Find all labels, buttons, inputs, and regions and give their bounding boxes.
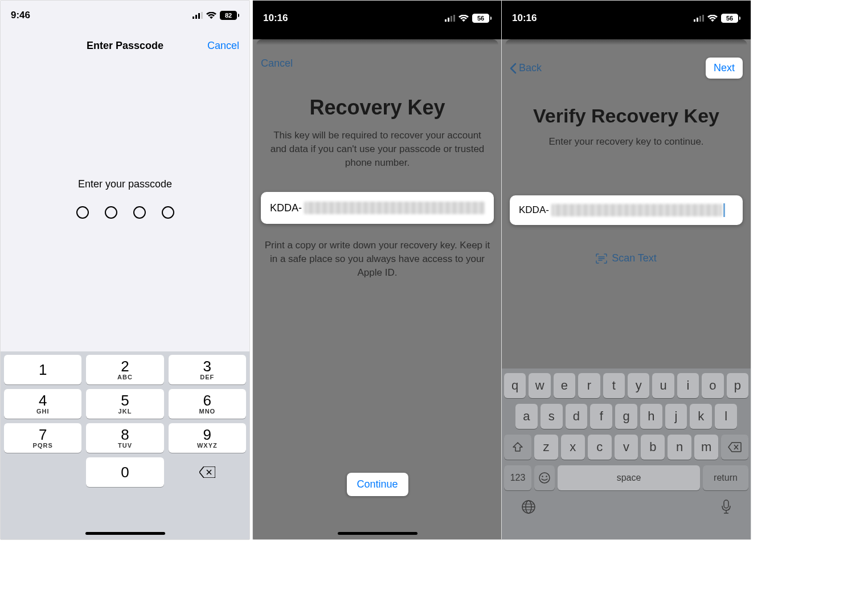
- space-key[interactable]: space: [558, 465, 700, 490]
- status-bar: 9:46 82: [1, 1, 249, 28]
- page-description: This key will be required to recover you…: [261, 129, 494, 169]
- recovery-key-display: KDDA-: [261, 192, 494, 224]
- nav-bar: Enter Passcode Cancel: [1, 32, 249, 59]
- cellular-icon: [445, 15, 455, 22]
- cancel-button[interactable]: Cancel: [261, 58, 293, 69]
- key-o[interactable]: o: [702, 373, 723, 398]
- battery-icon: 82: [220, 11, 239, 20]
- key-a[interactable]: a: [515, 404, 538, 429]
- keypad-delete[interactable]: [169, 457, 246, 487]
- key-q[interactable]: q: [504, 373, 526, 398]
- status-bar: 10:16 56: [502, 1, 751, 32]
- wifi-icon: [707, 15, 718, 22]
- svg-rect-4: [445, 19, 447, 22]
- page-title: Enter Passcode: [87, 40, 163, 52]
- keyboard: qwertyuiop asdfghjkl zxcvbnm 123 space r…: [502, 369, 751, 539]
- keyboard-delete-key[interactable]: [721, 435, 748, 460]
- key-x[interactable]: x: [561, 435, 585, 460]
- key-n[interactable]: n: [668, 435, 691, 460]
- keypad-2[interactable]: 2ABC: [86, 355, 163, 384]
- screen-recovery-key: 10:16 56 Cancel Recovery Key This key wi…: [252, 0, 502, 540]
- svg-rect-1: [195, 15, 197, 19]
- key-s[interactable]: s: [541, 404, 563, 429]
- delete-icon: [728, 442, 742, 452]
- emoji-icon: [538, 472, 551, 484]
- keypad-3[interactable]: 3DEF: [169, 355, 246, 384]
- next-button[interactable]: Next: [706, 58, 743, 79]
- battery-icon: 56: [721, 14, 740, 23]
- passcode-prompt: Enter your passcode: [1, 178, 249, 190]
- wifi-icon: [206, 12, 216, 19]
- key-z[interactable]: z: [534, 435, 558, 460]
- svg-point-17: [546, 476, 547, 477]
- keypad-5[interactable]: 5JKL: [86, 389, 163, 419]
- scan-text-button[interactable]: Scan Text: [510, 252, 743, 264]
- passcode-dot: [133, 206, 146, 219]
- key-m[interactable]: m: [694, 435, 718, 460]
- battery-icon: 56: [472, 14, 492, 23]
- svg-rect-2: [198, 13, 200, 19]
- dictation-key[interactable]: [721, 500, 731, 517]
- key-l[interactable]: l: [715, 404, 737, 429]
- key-e[interactable]: e: [554, 373, 575, 398]
- recovery-key-prefix: KDDA-: [270, 202, 302, 214]
- svg-rect-9: [697, 18, 698, 22]
- key-y[interactable]: y: [628, 373, 649, 398]
- key-f[interactable]: f: [590, 404, 612, 429]
- svg-rect-0: [193, 17, 194, 19]
- keypad-8[interactable]: 8TUV: [86, 423, 163, 453]
- keypad-1[interactable]: 1: [4, 355, 81, 384]
- screen-verify-recovery-key: 10:16 56 Back Next Verify Recovery Key E…: [501, 0, 751, 540]
- page-title: Verify Recovery Key: [510, 105, 743, 127]
- page-description: Enter your recovery key to continue.: [510, 136, 743, 148]
- emoji-key[interactable]: [534, 465, 555, 490]
- scan-icon: [596, 253, 607, 264]
- status-time: 10:16: [263, 13, 378, 24]
- svg-rect-7: [453, 15, 455, 22]
- key-g[interactable]: g: [615, 404, 637, 429]
- continue-button[interactable]: Continue: [346, 473, 408, 496]
- recovery-key-input[interactable]: KDDA-: [510, 195, 743, 225]
- shift-key[interactable]: [504, 435, 531, 460]
- keypad-6[interactable]: 6MNO: [169, 389, 246, 419]
- keypad-7[interactable]: 7PQRS: [4, 423, 81, 453]
- keypad-9[interactable]: 9WXYZ: [169, 423, 246, 453]
- home-indicator[interactable]: [85, 532, 165, 535]
- number-keypad: 1 2ABC 3DEF 4GHI 5JKL 6MNO 7PQRS 8TUV 9W…: [1, 351, 249, 539]
- keypad-4[interactable]: 4GHI: [4, 389, 81, 419]
- key-u[interactable]: u: [652, 373, 674, 398]
- recovery-key-input-value: KDDA-: [519, 204, 549, 216]
- passcode-dot: [105, 206, 117, 219]
- delete-icon: [199, 466, 215, 478]
- back-button[interactable]: Back: [510, 62, 542, 74]
- page-title: Recovery Key: [261, 96, 494, 120]
- keypad-0[interactable]: 0: [86, 457, 163, 487]
- key-c[interactable]: c: [588, 435, 612, 460]
- screen-enter-passcode: 9:46 82 Enter Passcode Cancel Enter your…: [0, 0, 250, 540]
- passcode-dot: [76, 206, 89, 219]
- svg-rect-10: [699, 16, 701, 22]
- key-d[interactable]: d: [566, 404, 588, 429]
- svg-point-15: [539, 473, 550, 483]
- key-p[interactable]: p: [727, 373, 748, 398]
- key-r[interactable]: r: [578, 373, 600, 398]
- cancel-button[interactable]: Cancel: [207, 40, 239, 52]
- key-w[interactable]: w: [529, 373, 550, 398]
- shift-icon: [512, 442, 523, 452]
- globe-key[interactable]: [521, 500, 536, 517]
- key-t[interactable]: t: [603, 373, 625, 398]
- chevron-left-icon: [510, 63, 517, 74]
- passcode-dots: [1, 206, 249, 219]
- key-k[interactable]: k: [690, 404, 712, 429]
- key-b[interactable]: b: [641, 435, 665, 460]
- key-v[interactable]: v: [615, 435, 638, 460]
- key-i[interactable]: i: [677, 373, 699, 398]
- passcode-dot: [162, 206, 174, 219]
- status-bar: 10:16 56: [253, 1, 502, 32]
- recovery-key-note: Print a copy or write down your recovery…: [261, 239, 494, 279]
- return-key[interactable]: return: [703, 465, 748, 490]
- numbers-key[interactable]: 123: [504, 465, 531, 490]
- home-indicator[interactable]: [338, 532, 417, 535]
- key-h[interactable]: h: [640, 404, 662, 429]
- key-j[interactable]: j: [665, 404, 687, 429]
